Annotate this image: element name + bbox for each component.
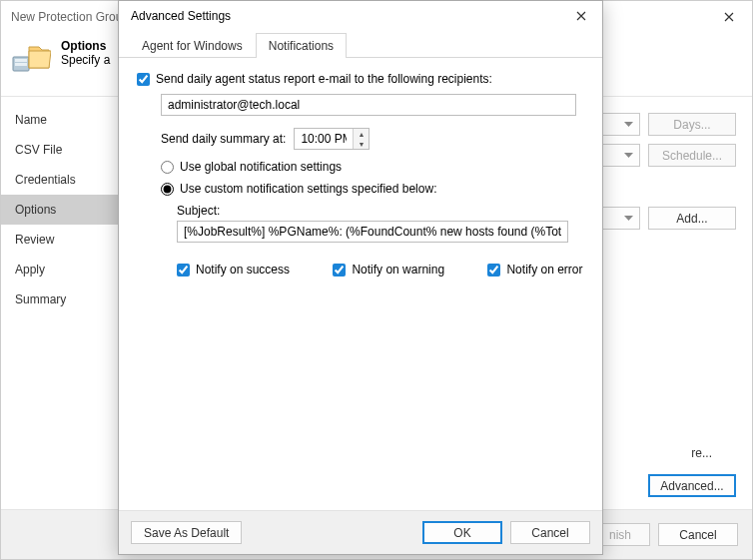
recipients-input[interactable] xyxy=(161,94,576,116)
spin-up-icon[interactable]: ▲ xyxy=(354,129,369,139)
notify-error-label: Notify on error xyxy=(506,263,582,277)
save-default-button[interactable]: Save As Default xyxy=(131,521,242,544)
chevron-down-icon xyxy=(624,122,633,128)
dialog-footer: Save As Default OK Cancel xyxy=(119,510,602,554)
chevron-down-icon xyxy=(624,216,633,222)
wizard-sidebar: Name CSV File Credentials Options Review… xyxy=(1,97,121,509)
ok-button[interactable]: OK xyxy=(422,521,502,544)
sidebar-item-options[interactable]: Options xyxy=(1,195,120,225)
dialog-cancel-button[interactable]: Cancel xyxy=(510,521,590,544)
svg-rect-2 xyxy=(15,63,27,66)
days-button: Days... xyxy=(648,113,736,136)
advanced-button[interactable]: Advanced... xyxy=(648,474,736,497)
dialog-titlebar: Advanced Settings xyxy=(119,1,602,31)
send-report-checkbox[interactable] xyxy=(137,73,150,86)
summary-time-label: Send daily summary at: xyxy=(161,132,286,146)
chevron-down-icon xyxy=(624,153,633,159)
radio-custom[interactable] xyxy=(161,183,174,196)
wizard-title: New Protection Group xyxy=(11,10,129,24)
advanced-settings-dialog: Advanced Settings Agent for Windows Noti… xyxy=(118,0,603,555)
spin-down-icon[interactable]: ▼ xyxy=(354,139,369,149)
summary-time-spinner[interactable]: ▲ ▼ xyxy=(294,128,370,150)
sidebar-item-apply[interactable]: Apply xyxy=(1,255,120,284)
close-icon[interactable] xyxy=(568,3,594,29)
notify-warning-label: Notify on warning xyxy=(352,263,444,277)
send-report-label: Send daily agent status report e-mail to… xyxy=(156,72,492,86)
subject-input[interactable] xyxy=(177,221,568,243)
notify-warning-checkbox[interactable] xyxy=(333,264,346,277)
add-button[interactable]: Add... xyxy=(648,207,736,230)
tab-notifications[interactable]: Notifications xyxy=(256,33,347,58)
svg-rect-1 xyxy=(15,59,27,62)
dialog-title: Advanced Settings xyxy=(131,9,231,23)
wizard-subheading: Specify a xyxy=(61,53,110,67)
notify-success-checkbox[interactable] xyxy=(177,264,190,277)
schedule-button: Schedule... xyxy=(648,144,736,167)
close-icon[interactable] xyxy=(716,4,742,30)
sidebar-item-credentials[interactable]: Credentials xyxy=(1,165,120,195)
radio-global-label: Use global notification settings xyxy=(180,160,342,174)
tab-agent-windows[interactable]: Agent for Windows xyxy=(129,33,256,58)
send-report-checkbox-row: Send daily agent status report e-mail to… xyxy=(137,72,492,86)
sidebar-item-csv[interactable]: CSV File xyxy=(1,135,120,165)
sidebar-item-summary[interactable]: Summary xyxy=(1,284,120,314)
sidebar-item-name[interactable]: Name xyxy=(1,105,120,135)
options-icon xyxy=(11,39,51,79)
wizard-heading: Options xyxy=(61,39,110,53)
radio-custom-label: Use custom notification settings specifi… xyxy=(180,182,436,196)
subject-label: Subject: xyxy=(177,204,584,218)
truncated-label: re... xyxy=(691,446,712,460)
wizard-cancel-button[interactable]: Cancel xyxy=(658,523,738,546)
dialog-body: Send daily agent status report e-mail to… xyxy=(119,58,602,510)
tab-strip: Agent for Windows Notifications xyxy=(119,31,602,58)
radio-global[interactable] xyxy=(161,161,174,174)
sidebar-item-review[interactable]: Review xyxy=(1,225,120,255)
notify-error-checkbox[interactable] xyxy=(487,264,500,277)
summary-time-input[interactable] xyxy=(295,129,353,149)
notify-success-label: Notify on success xyxy=(196,263,290,277)
